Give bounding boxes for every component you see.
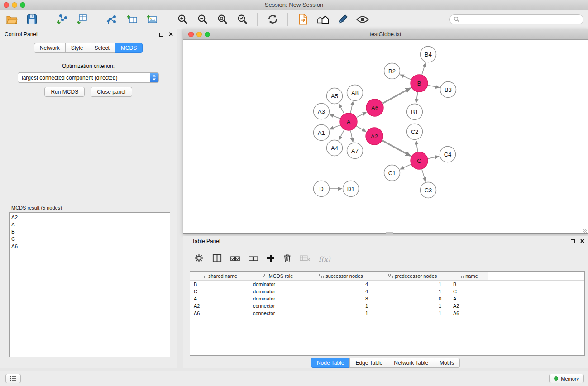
graph-edge-B-B3[interactable] <box>428 85 439 87</box>
result-item[interactable]: A2 <box>10 214 170 221</box>
home-icon[interactable] <box>316 12 330 27</box>
close-panel-icon[interactable] <box>169 31 173 38</box>
column-header-predecessor-nodes[interactable]: predecessor nodes <box>376 272 449 281</box>
graph-node-C4[interactable]: C4 <box>440 147 456 162</box>
graph-edge-A-A2[interactable] <box>356 126 365 131</box>
table-row[interactable]: Cdominator41C <box>190 288 584 295</box>
delete-column-icon[interactable] <box>283 254 291 265</box>
graph-node-B1[interactable]: B1 <box>407 104 423 120</box>
graph-node-A8[interactable]: A8 <box>347 85 363 101</box>
graph-node-C[interactable]: C <box>411 152 428 169</box>
import-table-icon[interactable] <box>75 12 89 27</box>
open-file-icon[interactable] <box>5 12 19 27</box>
result-item[interactable]: A <box>10 221 170 228</box>
split-view-icon[interactable] <box>212 254 222 264</box>
graph-edge-C-C4[interactable] <box>428 156 439 158</box>
graph-node-A6[interactable]: A6 <box>366 99 383 116</box>
eye-icon[interactable] <box>355 12 370 27</box>
task-history-button[interactable] <box>5 374 21 383</box>
graph-edge-A2-C[interactable] <box>382 141 411 156</box>
graph-node-D1[interactable]: D1 <box>343 181 359 197</box>
network-canvas[interactable]: B4B2BB3A5A8A6A3B1AC2A1A2A4A7C4CC1DD1C3 <box>183 40 588 233</box>
column-header-shared-name[interactable]: shared name <box>190 272 249 281</box>
graph-node-A[interactable]: A <box>340 113 357 130</box>
export-table-icon[interactable] <box>125 12 139 27</box>
graph-edge-A-A8[interactable] <box>350 102 353 113</box>
graph-edge-A-A4[interactable] <box>339 130 344 140</box>
column-header-name[interactable]: name <box>449 272 488 281</box>
result-item[interactable]: C <box>10 235 170 243</box>
graph-edge-B-B2[interactable] <box>401 75 411 79</box>
graph-node-C2[interactable]: C2 <box>407 124 423 140</box>
graph-node-C1[interactable]: C1 <box>384 165 400 181</box>
graph-edge-C-C2[interactable] <box>416 141 418 152</box>
graph-edge-A-A3[interactable] <box>330 114 340 119</box>
run-mcds-button[interactable]: Run MCDS <box>44 87 85 97</box>
tab-edge-table[interactable]: Edge Table <box>349 358 388 368</box>
graph-node-A5[interactable]: A5 <box>327 88 343 104</box>
tab-mcds[interactable]: MCDS <box>115 43 143 53</box>
zoom-out-icon[interactable] <box>195 12 210 27</box>
graph-node-A7[interactable]: A7 <box>347 143 363 159</box>
result-item[interactable]: A6 <box>10 243 170 250</box>
search-box[interactable] <box>449 14 583 24</box>
table-row[interactable]: A6connector11A6 <box>190 310 584 317</box>
graph-node-A2[interactable]: A2 <box>366 128 383 145</box>
zoom-network-window-icon[interactable] <box>205 32 210 37</box>
search-input[interactable] <box>462 16 579 23</box>
graph-node-B2[interactable]: B2 <box>384 63 400 79</box>
graph-edge-A-A7[interactable] <box>350 131 353 142</box>
graph-node-A1[interactable]: A1 <box>314 125 330 141</box>
import-network-icon[interactable] <box>55 12 69 27</box>
tab-network-table[interactable]: Network Table <box>388 358 434 368</box>
gear-icon[interactable] <box>194 253 204 265</box>
zoom-window-icon[interactable] <box>20 2 25 8</box>
tab-node-table[interactable]: Node Table <box>311 358 350 368</box>
minimize-window-icon[interactable] <box>12 2 17 8</box>
graph-edge-B-B1[interactable] <box>416 92 418 103</box>
column-header-successor-nodes[interactable]: successor nodes <box>306 272 376 281</box>
select-all-icon[interactable] <box>230 255 240 263</box>
network-window-titlebar[interactable]: testGlobe.txt <box>183 29 588 40</box>
save-session-icon[interactable] <box>24 12 39 27</box>
close-panel-button[interactable]: Close panel <box>91 87 132 97</box>
resize-grip[interactable] <box>582 228 587 233</box>
tab-motifs[interactable]: Motifs <box>434 358 460 368</box>
result-item[interactable]: B <box>10 228 170 235</box>
graph-node-B4[interactable]: B4 <box>421 47 436 62</box>
graph-edge-C-C3[interactable] <box>422 169 425 181</box>
graph-edge-A-A5[interactable] <box>339 104 344 114</box>
session-doc-icon[interactable] <box>296 12 310 27</box>
memory-button[interactable]: Memory <box>549 374 584 383</box>
graph-node-A4[interactable]: A4 <box>327 140 343 156</box>
graph-edge-C-C1[interactable] <box>401 164 411 169</box>
table-row[interactable]: Adominator80A <box>190 295 584 302</box>
mcds-result-list[interactable]: A2ABCA6 <box>9 212 170 357</box>
function-builder-button[interactable]: f(x) <box>319 255 330 263</box>
minimize-network-window-icon[interactable] <box>196 32 202 37</box>
zoom-fit-icon[interactable] <box>215 12 229 27</box>
float-panel-icon[interactable] <box>159 33 163 37</box>
graph-node-C3[interactable]: C3 <box>421 182 436 198</box>
optimization-dropdown[interactable]: largest connected component (directed) <box>18 72 159 83</box>
graph-node-B3[interactable]: B3 <box>440 82 456 98</box>
close-table-panel-icon[interactable] <box>580 238 584 244</box>
tab-select[interactable]: Select <box>89 43 115 53</box>
column-header-MCDS-role[interactable]: MCDS role <box>249 272 306 281</box>
deselect-all-icon[interactable] <box>249 255 258 263</box>
tab-style[interactable]: Style <box>65 43 89 53</box>
paint-icon[interactable] <box>335 12 350 27</box>
graph-edge-A6-B[interactable] <box>383 88 411 104</box>
graph-edge-A-A1[interactable] <box>330 125 340 129</box>
export-network-icon[interactable] <box>105 12 120 27</box>
close-network-window-icon[interactable] <box>188 32 194 37</box>
graph-node-B[interactable]: B <box>411 75 428 92</box>
export-image-icon[interactable] <box>145 12 159 27</box>
refresh-icon[interactable] <box>265 12 280 27</box>
table-row[interactable]: Bdominator41B <box>190 281 584 288</box>
graph-edge-A-A6[interactable] <box>357 112 366 117</box>
zoom-selected-icon[interactable] <box>235 12 249 27</box>
add-column-icon[interactable] <box>267 254 275 264</box>
horizontal-scrollbar-thumb[interactable] <box>386 232 393 234</box>
table-row[interactable]: A2connector11A2 <box>190 302 584 310</box>
